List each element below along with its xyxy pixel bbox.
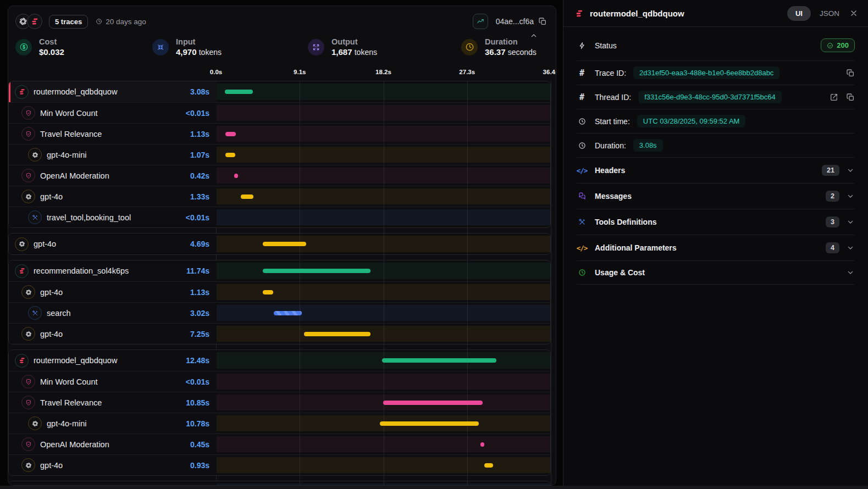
trace-row[interactable]: Min Word Count <0.01s: [9, 102, 550, 123]
tab-json[interactable]: JSON: [820, 9, 839, 18]
trace-row[interactable]: Min Word Count <0.01s: [9, 371, 550, 392]
clock-icon: [96, 18, 102, 25]
trace-row[interactable]: gpt-4o 1.13s: [9, 281, 550, 302]
span-name: gpt-4o-mini: [47, 419, 87, 428]
section-label: Headers: [595, 166, 625, 175]
chevron-down-icon[interactable]: [846, 243, 855, 252]
span-duration: 1.33s: [190, 192, 209, 201]
section-label: Additional Parameters: [595, 243, 677, 252]
dollar-icon: [15, 39, 32, 55]
chevron-up-icon[interactable]: [529, 31, 538, 42]
timeline-axis: 0.0s 9.1s 18.2s 27.3s 36.4s: [216, 64, 551, 81]
count-badge: 21: [822, 165, 839, 176]
trend-chart-button[interactable]: [473, 14, 488, 29]
stat-label: Input: [176, 37, 222, 46]
span-bar: [263, 290, 273, 294]
span-name: Travel Relevance: [40, 398, 102, 407]
row-tint: [217, 84, 550, 100]
span-name: Travel Relevance: [40, 130, 102, 138]
span-duration: 3.08s: [190, 87, 209, 96]
span-name: gpt-4o: [40, 330, 63, 338]
trace-row[interactable]: gpt-4o-mini 10.78s: [9, 413, 550, 434]
span-duration: 3.02s: [190, 309, 209, 318]
chevron-down-icon[interactable]: [846, 192, 855, 201]
trace-row[interactable]: OpenAI Moderation 0.42s: [9, 165, 550, 186]
close-icon[interactable]: [849, 9, 858, 18]
duration-value: 3.08s: [633, 139, 663, 152]
tab-ui[interactable]: UI: [787, 6, 811, 21]
code-icon: </>: [577, 244, 587, 252]
count-badge: 4: [826, 242, 839, 253]
hash-icon: #: [577, 92, 587, 102]
status-row: Status 200: [577, 30, 855, 61]
trace-row[interactable]: Travel Relevance 10.85s: [9, 392, 550, 413]
axis-tick: 36.4s: [543, 69, 556, 75]
trace-row[interactable]: OpenAI Moderation 0.45s: [9, 434, 550, 454]
external-link-icon[interactable]: [830, 93, 838, 102]
trace-row[interactable]: recommendation_sol4k6ps 11.74s: [9, 260, 550, 281]
row-tint: [217, 168, 550, 184]
bottom-scrollbar[interactable]: [0, 486, 868, 489]
row-tint: [217, 436, 550, 452]
span-duration: 7.25s: [190, 330, 209, 338]
section-tools-definitions[interactable]: Tools Definitions 3: [577, 209, 855, 235]
traces-count-badge: 5 traces: [49, 15, 88, 29]
count-badge: 2: [826, 191, 839, 202]
hash-icon: #: [577, 68, 587, 78]
stat-label: Duration: [485, 37, 537, 46]
trace-group: gpt-4o 4.69s: [8, 233, 551, 255]
shield-check-icon: [21, 127, 35, 141]
span-duration: 1.13s: [190, 288, 209, 297]
trace-card: 5 traces 20 days ago 04ae...cf6a Cost: [8, 5, 556, 486]
trace-row[interactable]: search 3.02s: [9, 302, 550, 323]
check-circle-icon: [827, 42, 833, 49]
trace-row[interactable]: gpt-4o 4.69s: [9, 234, 550, 254]
openai-logo-icon: [28, 148, 42, 162]
trace-row[interactable]: gpt-4o 0.93s: [9, 454, 550, 475]
span-name: travel_tool,booking_tool: [47, 213, 131, 222]
span-name: routermodel_qdbdquow: [34, 87, 117, 96]
trace-row[interactable]: routermodel_qdbdquow 12.48s: [9, 350, 550, 371]
trace-row[interactable]: gpt-4o 7.25s: [9, 323, 550, 344]
span-bar: [382, 358, 496, 363]
span-bar: [383, 401, 483, 405]
trace-id-label: Trace ID:: [595, 69, 626, 77]
openai-logo-icon: [28, 416, 42, 430]
chat-icon: [577, 192, 587, 200]
detail-body: Status 200 # Trace ID: 2d31ef50-eaa3-488…: [563, 27, 868, 288]
section-messages[interactable]: Messages 2: [577, 184, 855, 209]
section-headers[interactable]: </> Headers 21: [577, 158, 855, 184]
detail-header: routermodel_qdbdquow UI JSON: [563, 0, 868, 27]
stat-label: Cost: [39, 37, 64, 46]
row-tint: [217, 126, 550, 142]
axis-tick: 0.0s: [210, 69, 222, 75]
span-name: Min Word Count: [40, 377, 98, 386]
span-name: search: [47, 309, 71, 318]
chevron-down-icon[interactable]: [846, 166, 855, 175]
span-duration: <0.01s: [186, 377, 209, 386]
provider-avatars: [15, 14, 42, 29]
stat-cost: Cost $0.032: [15, 37, 152, 57]
copy-icon[interactable]: [846, 69, 855, 77]
copy-icon[interactable]: [846, 93, 855, 102]
chevron-down-icon[interactable]: [846, 218, 855, 226]
brand-stack-icon: [574, 9, 584, 18]
brand-stack-icon: [15, 85, 29, 99]
count-badge: 3: [826, 216, 839, 227]
section-additional-parameters[interactable]: </> Additional Parameters 4: [577, 235, 855, 261]
trace-row[interactable]: gpt-4o-mini 1.07s: [9, 144, 550, 165]
openai-logo-icon: [21, 458, 35, 472]
span-bar: [380, 421, 479, 426]
trace-row[interactable]: routermodel_qdbdquow 3.08s: [9, 81, 550, 102]
trace-row[interactable]: travel_tool,booking_tool <0.01s: [9, 207, 550, 227]
copy-id-icon[interactable]: [538, 17, 547, 26]
section-usage-cost[interactable]: Usage & Cost: [577, 261, 855, 285]
chevron-down-icon[interactable]: [846, 268, 855, 277]
shield-check-icon: [21, 106, 35, 120]
span-bar: [225, 132, 236, 136]
span-duration: 4.69s: [190, 240, 209, 248]
trace-row[interactable]: gpt-4o 1.33s: [9, 186, 550, 207]
clock-icon: [577, 118, 587, 125]
trace-group-partial: [8, 481, 551, 486]
trace-row[interactable]: Travel Relevance 1.13s: [9, 123, 550, 144]
